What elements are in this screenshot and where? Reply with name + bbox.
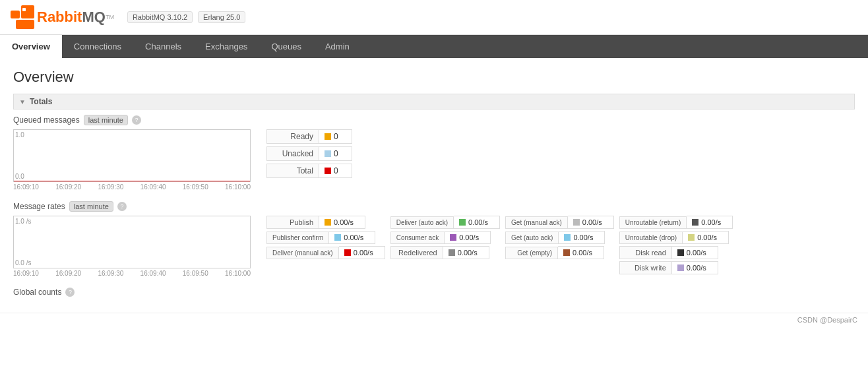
svg-rect-0: [11, 11, 20, 18]
rates-stats: Publish 0.00/s Publisher confirm 0.00/s: [266, 216, 733, 274]
logo: RabbitMQ TM: [11, 5, 114, 29]
page-title: Overview: [13, 69, 855, 86]
erlang-version: Erlang 25.0: [198, 11, 245, 23]
unacked-color: [325, 150, 331, 157]
message-rates-badge: last minute: [69, 201, 113, 212]
svg-rect-1: [21, 5, 34, 18]
queued-messages-label: Queued messages last minute ?: [13, 115, 855, 125]
rabbitmq-logo-icon: [11, 5, 34, 29]
rates-ymax: 1.0 /s: [15, 218, 31, 225]
svg-rect-3: [22, 8, 26, 11]
rate-consumer-ack: Consumer ack 0.00/s: [390, 231, 500, 244]
disk-read-color: [677, 249, 684, 256]
stat-value-ready: 0: [319, 129, 352, 144]
totals-arrow: ▼: [19, 98, 26, 106]
total-color: [325, 168, 331, 174]
global-counts-section: Global counts ?: [13, 288, 855, 297]
queued-xaxis: 16:09:10 16:09:20 16:09:30 16:09:40 16:0…: [13, 183, 251, 191]
rate-get-manual: Get (manual ack) 0.00/s: [505, 216, 614, 229]
nav-overview[interactable]: Overview: [0, 35, 62, 58]
queued-ymax: 1.0: [15, 131, 24, 139]
rate-unroutable-drop: Unroutable (drop) 0.00/s: [619, 231, 733, 244]
header: RabbitMQ TM RabbitMQ 3.10.2 Erlang 25.0: [0, 0, 868, 35]
rates-col-1: Publish 0.00/s Publisher confirm 0.00/s: [266, 216, 385, 274]
unroutable-drop-color: [688, 234, 695, 241]
stat-row-total: Total 0: [266, 164, 372, 178]
nav-connections[interactable]: Connections: [62, 35, 133, 58]
message-rates-section: Message rates last minute ? 1.0 /s 0.0 /…: [13, 201, 855, 277]
publish-color: [325, 219, 331, 226]
message-rates-chart: 1.0 /s 0.0 /s: [13, 216, 251, 268]
stat-value-unacked: 0: [319, 146, 352, 161]
rates-col-2: Deliver (auto ack) 0.00/s Consumer ack 0…: [390, 216, 500, 274]
global-counts-help[interactable]: ?: [65, 288, 75, 297]
rate-publisher-confirm: Publisher confirm 0.00/s: [266, 231, 385, 244]
message-rates-chart-stats: 1.0 /s 0.0 /s 16:09:10 16:09:20 16:09:30…: [13, 216, 855, 277]
totals-title: Totals: [30, 97, 52, 106]
message-rates-label: Message rates last minute ?: [13, 201, 855, 212]
page-content: Overview ▼ Totals Queued messages last m…: [0, 58, 868, 307]
rate-deliver-auto: Deliver (auto ack) 0.00/s: [390, 216, 500, 229]
queued-messages-chart-box: 1.0 0.0 16:09:10 16:09:20 16:09:30 16:09…: [13, 129, 251, 191]
publisher-confirm-color: [334, 234, 341, 241]
nav-exchanges[interactable]: Exchanges: [193, 35, 259, 58]
unroutable-return-color: [692, 219, 698, 226]
stat-row-ready: Ready 0: [266, 129, 372, 144]
queued-ymin: 0.0: [15, 173, 24, 180]
disk-write-color: [677, 264, 684, 271]
stat-label-ready: Ready: [266, 129, 319, 144]
rate-unroutable-return: Unroutable (return) 0.00/s: [619, 216, 733, 229]
logo-tm: TM: [106, 14, 114, 20]
global-counts-label: Global counts: [13, 288, 61, 297]
redelivered-color: [449, 249, 455, 256]
consumer-ack-color: [450, 234, 456, 241]
main-nav: Overview Connections Channels Exchanges …: [0, 35, 868, 58]
logo-text: RabbitMQ: [37, 9, 106, 26]
svg-rect-2: [16, 20, 34, 29]
stat-value-total: 0: [319, 164, 352, 178]
stat-row-unacked: Unacked 0: [266, 146, 372, 161]
rabbitmq-version: RabbitMQ 3.10.2: [127, 11, 193, 23]
rates-xaxis: 16:09:10 16:09:20 16:09:30 16:09:40 16:0…: [13, 270, 251, 277]
rate-publish: Publish 0.00/s: [266, 216, 385, 229]
totals-section: ▼ Totals Queued messages last minute ? 1…: [13, 94, 855, 277]
rate-get-auto: Get (auto ack) 0.00/s: [505, 231, 614, 244]
nav-queues[interactable]: Queues: [259, 35, 313, 58]
message-rates-chart-box: 1.0 /s 0.0 /s 16:09:10 16:09:20 16:09:30…: [13, 216, 251, 277]
footer-text: CSDN @DespairC: [797, 316, 857, 324]
stat-label-total: Total: [266, 164, 319, 178]
queued-redline: [14, 181, 250, 181]
rates-col-4: Unroutable (return) 0.00/s Unroutable (d…: [619, 216, 733, 274]
get-auto-color: [564, 234, 571, 241]
ready-color: [325, 133, 331, 140]
rate-redelivered: Redelivered 0.00/s: [390, 246, 500, 259]
footer: CSDN @DespairC: [0, 313, 868, 326]
stat-label-unacked: Unacked: [266, 146, 319, 161]
nav-admin[interactable]: Admin: [313, 35, 361, 58]
rate-deliver-manual: Deliver (manual ack) 0.00/s: [266, 246, 385, 259]
rate-get-empty: Get (empty) 0.00/s: [505, 246, 614, 259]
rates-ymin: 0.0 /s: [15, 259, 31, 266]
get-manual-color: [573, 219, 580, 226]
message-rates-help[interactable]: ?: [117, 202, 127, 211]
totals-header: ▼ Totals: [13, 94, 855, 109]
queued-messages-section: Queued messages last minute ? 1.0 0.0 16…: [13, 115, 855, 191]
queued-messages-badge: last minute: [84, 115, 128, 125]
get-empty-color: [563, 249, 570, 256]
queued-messages-chart-stats: 1.0 0.0 16:09:10 16:09:20 16:09:30 16:09…: [13, 129, 855, 191]
rates-col-3: Get (manual ack) 0.00/s Get (auto ack) 0…: [505, 216, 614, 274]
deliver-manual-color: [344, 249, 351, 256]
rate-disk-read: Disk read 0.00/s: [619, 246, 733, 259]
queued-messages-chart: 1.0 0.0: [13, 129, 251, 182]
rate-disk-write: Disk write 0.00/s: [619, 261, 733, 274]
deliver-auto-color: [459, 219, 466, 226]
nav-channels[interactable]: Channels: [133, 35, 193, 58]
queued-messages-help[interactable]: ?: [132, 115, 141, 125]
queued-stats-table: Ready 0 Unacked 0: [266, 129, 372, 178]
